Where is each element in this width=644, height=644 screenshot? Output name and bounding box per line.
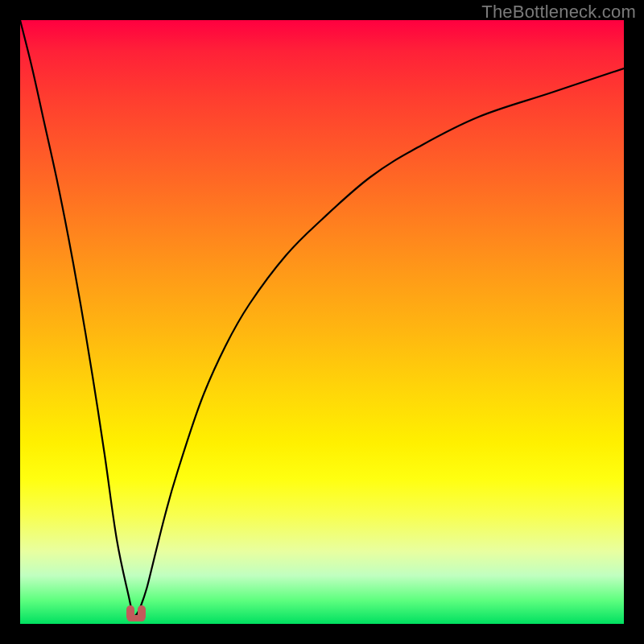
bottleneck-curve [20, 20, 624, 624]
plot-area [20, 20, 624, 624]
attribution-label: TheBottleneck.com [481, 2, 636, 23]
optimum-marker-base [127, 615, 145, 621]
